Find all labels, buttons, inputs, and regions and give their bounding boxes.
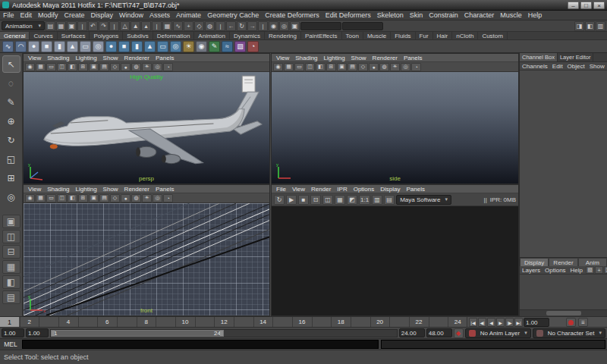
gate-mask-icon[interactable]: ◧ [68,63,77,71]
shelf-tab[interactable]: Polygons [90,32,123,39]
film-gate-icon[interactable]: ▭ [46,194,56,202]
field-chart-icon[interactable]: ⊞ [78,194,88,202]
step-forward-frame-button[interactable]: |▶ [505,318,514,327]
construction-history-icon[interactable]: ↻ [237,21,247,31]
remove-image-icon[interactable]: ▤ [384,195,395,205]
new-layer-from-selected-icon[interactable]: ◪ [604,266,607,274]
grid-toggle-icon[interactable]: ▦ [284,63,294,71]
menu-item[interactable]: Create [61,11,88,19]
layer-editor-tab[interactable]: Display [520,258,549,266]
snap-grid-icon[interactable]: ▦ [162,21,172,31]
shaded-mode-icon[interactable]: ● [121,194,131,202]
scale-tool[interactable]: ◱ [2,150,20,168]
viewport-menu-item[interactable]: Shading [292,55,320,61]
isolate-select-icon[interactable]: ◎ [401,63,410,71]
channel-box-menu-item[interactable]: Channels [520,63,550,70]
shaded-mode-icon[interactable]: ● [369,63,379,71]
shelf-camera-icon[interactable]: ◉ [196,41,207,52]
snap-curve-icon[interactable]: ∿ [173,21,183,31]
title-bar[interactable]: Autodesk Maya 2011 Hotfix 1: F:\NET\747_… [0,0,607,11]
shelf-poly-sphere-icon[interactable]: ● [105,41,117,52]
render-view-menu-item[interactable]: IPR [334,186,350,193]
camera-attributes-icon[interactable]: ◉ [273,63,283,71]
shelf-muscle-icon[interactable]: ◔ [247,41,259,52]
current-frame-indicator[interactable]: 1 [0,317,19,328]
universal-manipulator-tool[interactable]: ⊞ [2,169,20,187]
viewport-menu-item[interactable]: Shading [44,186,72,193]
render-view-menu-item[interactable]: Panels [404,186,428,193]
shelf-tab[interactable]: Dynamics [230,32,265,39]
menu-item[interactable]: Animate [173,11,204,19]
resolution-gate-icon[interactable]: ◫ [57,63,67,71]
shelf-poly-cylinder-icon[interactable]: ▮ [131,41,143,52]
layout-single-pane[interactable]: ▣ [2,215,20,228]
shelf-nurbs-cube-icon[interactable]: ■ [41,41,52,52]
shelf-poly-torus-icon[interactable]: ◎ [170,41,181,52]
playback-end-field[interactable] [399,328,425,337]
soft-modification-tool[interactable]: ◎ [2,188,20,206]
separator[interactable]: | [215,21,225,31]
shaded-mode-icon[interactable]: ● [121,63,131,71]
front-canvas[interactable]: y x front [24,203,269,315]
menu-set-dropdown[interactable]: Animation ▾ [2,21,45,30]
layout-three-panes-left[interactable]: ◧ [2,275,20,289]
open-scene-icon[interactable]: ▦ [56,21,66,31]
show-channelbox-toggle[interactable]: ▥ [596,21,605,31]
viewport-menu-item[interactable]: View [25,186,44,193]
viewport-menu-item[interactable]: Show [348,55,370,61]
snap-plane-icon[interactable]: ◇ [194,21,204,31]
paint-selection-tool[interactable]: ✎ [2,93,20,111]
shelf-tab[interactable]: Subdivs [123,32,153,39]
isolate-select-icon[interactable]: ◎ [153,194,162,202]
menu-item[interactable]: Window [116,11,146,19]
grid-toggle-icon[interactable]: ▦ [36,63,46,71]
set-key-button[interactable]: ◆ [454,328,464,338]
rotate-tool[interactable]: ↻ [2,131,20,149]
animation-preferences-button[interactable]: ≡ [578,318,588,327]
render-settings-icon[interactable]: ▣ [290,21,300,31]
show-tool-settings-toggle[interactable]: ◧ [585,21,595,31]
gate-mask-icon[interactable]: ◧ [316,63,326,71]
character-set-dropdown[interactable]: No Character Set ▾ [533,328,605,338]
camera-attributes-icon[interactable]: ◉ [25,63,35,71]
select-object-icon[interactable]: ▲ [131,21,140,31]
show-attribute-editor-toggle[interactable]: ◨ [574,21,584,31]
shelf-tab[interactable]: Curves [30,32,57,39]
undo-icon[interactable]: ↶ [88,21,98,31]
persp-canvas[interactable]: High Quality [24,72,269,184]
textured-mode-icon[interactable]: ◍ [131,63,141,71]
save-scene-icon[interactable]: ▣ [67,21,77,31]
play-backwards-button[interactable]: ◀ [487,318,495,327]
resolution-gate-icon[interactable]: ◫ [305,63,315,71]
layer-menu-item[interactable]: Options [543,267,568,274]
menu-item[interactable]: Assets [146,11,173,19]
viewport-menu-item[interactable]: Lighting [73,186,100,193]
field-chart-icon[interactable]: ⊞ [78,63,88,71]
safe-action-icon[interactable]: ▣ [89,63,99,71]
layer-list-area[interactable] [520,275,607,309]
viewport-menu-item[interactable]: Show [100,55,121,61]
render-frame-icon[interactable]: ◉ [269,21,278,31]
render-view-menu-item[interactable]: View [289,186,308,193]
shelf-poly-plane-icon[interactable]: ▭ [157,41,168,52]
shelf-cloth-icon[interactable]: ▧ [234,41,246,52]
textured-mode-icon[interactable]: ◍ [131,194,141,202]
input-connections-icon[interactable]: ← [226,21,236,31]
shelf-tab[interactable]: Fur [416,32,433,39]
mel-label[interactable]: MEL [2,340,20,348]
xray-icon[interactable]: ◔ [163,194,173,202]
keep-image-icon[interactable]: ▥ [372,195,382,205]
separator[interactable]: | [152,21,162,31]
select-tool[interactable]: ↖ [2,55,20,73]
menu-item[interactable]: Skin [407,11,426,19]
channel-box-menu-item[interactable]: Show [587,63,607,70]
wireframe-mode-icon[interactable]: ◇ [358,63,368,71]
shelf-tab[interactable]: Custom [478,32,508,39]
ipr-render-icon[interactable]: ◎ [279,21,289,31]
select-component-icon[interactable]: ▴ [141,21,151,31]
one-to-one-icon[interactable]: 1:1 [359,195,370,205]
safe-action-icon[interactable]: ▣ [89,194,99,202]
shelf-curve-ep-icon[interactable]: ◠ [15,41,27,52]
lasso-tool[interactable]: ◌ [2,74,20,92]
film-gate-icon[interactable]: ▭ [46,63,56,71]
